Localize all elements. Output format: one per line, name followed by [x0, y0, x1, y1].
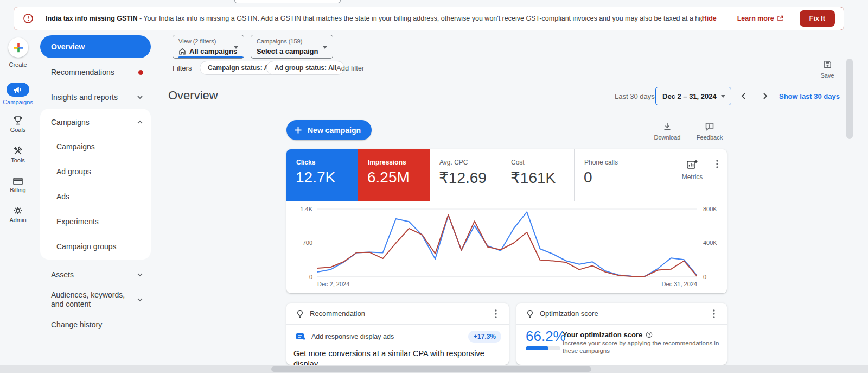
metrics-button[interactable]: Metrics — [680, 159, 705, 181]
dropdown-caret-icon — [234, 46, 238, 49]
help-icon[interactable] — [646, 331, 653, 338]
feedback-button[interactable]: Feedback — [693, 122, 726, 141]
add-filter-button[interactable]: Add filter — [336, 64, 364, 72]
hide-button[interactable]: Hide — [702, 15, 717, 22]
previous-period-button[interactable] — [738, 91, 749, 102]
dropdown-caret-icon — [721, 95, 725, 98]
billing-label: Billing — [0, 187, 36, 193]
horizontal-scrollbar-thumb[interactable] — [271, 366, 591, 372]
recommendation-item: Add responsive display ads +17.3% — [296, 330, 501, 343]
learn-more-link[interactable]: Learn more — [737, 15, 783, 22]
x-axis-end-label: Dec 31, 2024 — [658, 281, 697, 287]
chevron-up-icon — [137, 120, 143, 124]
rail-item-campaigns[interactable] — [7, 83, 29, 97]
recommendation-body: Get more conversions at a similar CPA wi… — [293, 349, 502, 365]
show-last-30-days-link[interactable]: Show last 30 days — [779, 92, 840, 100]
notification-dot — [138, 70, 143, 75]
fix-it-button[interactable]: Fix It — [800, 10, 835, 27]
view-filter-dropdown[interactable]: View (2 filters) All campaigns — [173, 35, 244, 59]
nav-item-audiences[interactable]: Audiences, keywords, and content — [40, 289, 151, 310]
nav-item-ad-groups[interactable]: Ad groups — [40, 166, 151, 178]
next-period-button[interactable] — [760, 91, 770, 102]
tools-icon[interactable] — [12, 145, 24, 157]
metrics-cell: Metrics — [646, 149, 727, 201]
vertical-scrollbar[interactable] — [846, 59, 853, 139]
campaign-select-label: Campaigns (159) — [257, 38, 302, 45]
nav-item-change-history[interactable]: Change history — [40, 319, 151, 331]
nav-group-campaigns[interactable]: Campaigns — [40, 116, 151, 128]
save-icon — [823, 60, 832, 69]
optimization-card-header: Optimization score — [516, 303, 727, 325]
performance-chart[interactable] — [317, 208, 697, 278]
lightbulb-icon — [526, 309, 534, 318]
feedback-icon — [705, 122, 714, 131]
chevron-down-icon — [137, 95, 143, 99]
alert-title: India tax info missing GSTIN — [46, 15, 137, 22]
google-ads-overview-page: India tax info missing GSTIN - Your Indi… — [0, 0, 868, 373]
billing-card-icon[interactable] — [12, 175, 24, 187]
metrics-chart-icon — [686, 159, 698, 170]
chevron-down-icon — [137, 273, 143, 277]
nav-item-experiments[interactable]: Experiments — [40, 216, 151, 227]
new-campaign-button[interactable]: New campaign — [286, 120, 372, 140]
scorecard-clicks[interactable]: Clicks 12.7K — [286, 149, 358, 201]
filter-chip-ad-group-status[interactable]: Ad group status: All — [266, 61, 344, 75]
chart-overflow-menu[interactable] — [712, 159, 723, 169]
recommendation-overflow-menu[interactable] — [490, 308, 501, 319]
alert-icon — [23, 13, 34, 24]
dropdown-caret-icon — [323, 46, 327, 49]
plus-icon — [294, 126, 302, 134]
gstin-alert-banner: India tax info missing GSTIN - Your Indi… — [14, 7, 844, 30]
create-button[interactable] — [8, 37, 28, 58]
download-button[interactable]: Download — [651, 122, 684, 141]
campaigns-rail-label: Campaigns — [0, 99, 36, 105]
scorecard-avg-cpc[interactable]: Avg. CPC ₹12.69 — [430, 149, 501, 201]
responsive-ad-icon — [296, 332, 306, 341]
create-label: Create — [0, 61, 36, 68]
campaign-select-dropdown[interactable]: Campaigns (159) Select a campaign — [251, 35, 333, 59]
nav-item-campaigns[interactable]: Campaigns — [40, 141, 151, 153]
nav-item-ads[interactable]: Ads — [40, 191, 151, 203]
date-range-label: Last 30 days — [615, 92, 655, 100]
download-icon — [662, 122, 672, 131]
create-plus-icon — [13, 42, 24, 53]
nav-item-recommendations[interactable]: Recommendations — [40, 66, 151, 78]
scorecard-cost[interactable]: Cost ₹161K — [501, 149, 574, 201]
chevron-down-icon — [137, 298, 143, 302]
optimization-score-value: 66.2% — [526, 328, 566, 345]
lightbulb-icon — [296, 309, 304, 318]
recommendation-card-title: Recommendation — [310, 309, 485, 318]
optimization-overflow-menu[interactable] — [709, 308, 719, 319]
right-axis-tick: 800K — [703, 206, 717, 212]
left-axis-tick: 1.4K — [293, 206, 312, 212]
alert-message: India tax info missing GSTIN - Your Indi… — [46, 15, 702, 22]
recommendation-card: Recommendation Add responsive display ad… — [286, 303, 509, 365]
filters-label: Filters — [173, 64, 192, 72]
scorecard-impressions[interactable]: Impressions 6.25M — [358, 149, 430, 201]
admin-label: Admin — [0, 217, 36, 223]
left-axis-tick: 0 — [293, 274, 312, 280]
nav-item-insights-reports[interactable]: Insights and reports — [40, 91, 151, 103]
recommendation-item-label[interactable]: Add responsive display ads — [311, 333, 463, 340]
active-underline — [178, 56, 244, 58]
nav-item-campaign-groups[interactable]: Campaign groups — [40, 241, 151, 252]
optimization-progress-bar — [526, 346, 560, 350]
optimization-score-card: Optimization score 66.2% Your optimizati… — [516, 303, 727, 365]
nav-item-assets[interactable]: Assets — [40, 269, 151, 281]
page-title: Overview — [168, 88, 218, 103]
uplift-badge: +17.3% — [468, 331, 501, 343]
goals-label: Goals — [0, 127, 36, 133]
date-range-picker[interactable]: Dec 2 – 31, 2024 — [655, 87, 731, 105]
right-axis-tick: 400K — [703, 239, 717, 246]
trophy-icon[interactable] — [12, 115, 24, 127]
optimization-description: Increase your score by applying the reco… — [563, 340, 722, 355]
search-box-partial[interactable] — [234, 0, 341, 3]
tools-label: Tools — [0, 157, 36, 163]
nav-item-overview[interactable]: Overview — [40, 35, 151, 58]
save-button[interactable]: Save — [815, 60, 839, 79]
optimization-card-title: Optimization score — [540, 309, 703, 318]
scorecard-phone-calls[interactable]: Phone calls 0 — [574, 149, 646, 201]
megaphone-icon — [13, 86, 23, 94]
horizontal-scrollbar[interactable] — [0, 365, 868, 373]
gear-icon[interactable] — [12, 205, 24, 217]
